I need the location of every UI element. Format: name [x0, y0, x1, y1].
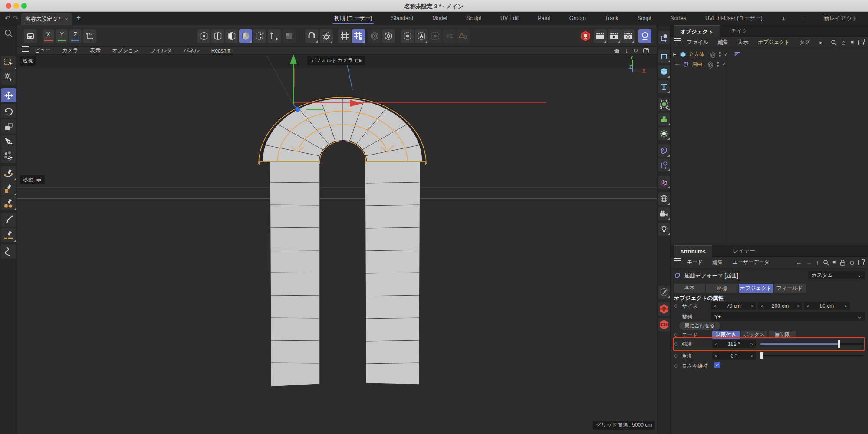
- points-mode-button[interactable]: [197, 29, 210, 43]
- om-menu-tags[interactable]: タグ: [799, 39, 810, 46]
- tweak-tool[interactable]: [1, 70, 16, 85]
- simulation-button[interactable]: [658, 127, 670, 140]
- om-menu-view[interactable]: 表示: [738, 39, 748, 46]
- redshift-light-button[interactable]: [658, 302, 670, 316]
- collapse-toggle-icon[interactable]: [673, 53, 677, 56]
- enable-check-icon[interactable]: ✓: [724, 51, 728, 57]
- enable-axis-button[interactable]: [268, 29, 281, 43]
- attr-lock-icon[interactable]: [840, 260, 845, 266]
- model-mode-button[interactable]: [239, 29, 252, 43]
- keep-length-keyframe-icon[interactable]: ◇: [674, 363, 677, 368]
- layout-tab-standard[interactable]: Standard: [391, 12, 413, 25]
- transform-tool[interactable]: [1, 135, 16, 149]
- orbit-icon[interactable]: ↻: [633, 47, 638, 54]
- render-button[interactable]: [608, 29, 621, 43]
- layout-tab-nodes[interactable]: Nodes: [671, 12, 686, 25]
- keep-length-checkbox[interactable]: ✓: [714, 362, 720, 368]
- rotate-tool[interactable]: [1, 104, 16, 118]
- primitive-cube-button[interactable]: [658, 65, 670, 78]
- volume-builder-button[interactable]: [658, 113, 670, 126]
- tab-falloff[interactable]: フィールド: [774, 284, 806, 293]
- soft-move-tool[interactable]: [1, 149, 16, 163]
- close-document-icon[interactable]: ×: [65, 16, 68, 23]
- layout-tab-uvedit-user[interactable]: UVEdit-User (ユーザー): [705, 12, 763, 25]
- z-axis-lock-button[interactable]: Z: [69, 29, 81, 43]
- tab-coordinates[interactable]: 座標: [706, 284, 738, 293]
- workplane-mode-button[interactable]: [283, 29, 296, 43]
- brush-tool[interactable]: [1, 213, 16, 227]
- attr-menu-edit[interactable]: 編集: [713, 259, 723, 266]
- om-menu-file[interactable]: ファイル: [687, 39, 708, 46]
- attr-search-icon[interactable]: [823, 260, 829, 266]
- layer-icon[interactable]: [710, 52, 715, 57]
- scale-tool[interactable]: [1, 119, 16, 134]
- tree-row-cube[interactable]: 立方体 ✓: [671, 50, 868, 59]
- field-settings-button[interactable]: [382, 29, 395, 43]
- spline-primitive-button[interactable]: [658, 50, 670, 63]
- undo-button[interactable]: ↶: [3, 13, 11, 23]
- attr-back-icon[interactable]: ←: [796, 259, 802, 266]
- angle-keyframe-icon[interactable]: ◇: [674, 353, 677, 358]
- maximize-view-icon[interactable]: [643, 48, 649, 53]
- stepper-right-icon[interactable]: >: [845, 303, 847, 309]
- menu-filter[interactable]: フィルタ: [151, 47, 172, 54]
- attr-filter-icon[interactable]: ≡: [833, 259, 836, 266]
- visibility-dots[interactable]: [719, 52, 721, 57]
- y-axis-lock-button[interactable]: Y: [56, 29, 68, 43]
- viewport[interactable]: 透視 デフォルトカメラ 移動 グリッド間隔 : 5000 cm Y Z X: [17, 55, 657, 434]
- symmetry-button[interactable]: [443, 29, 456, 43]
- light-object-button[interactable]: [658, 223, 670, 236]
- attr-target-icon[interactable]: ⊙: [849, 259, 855, 266]
- tab-objects[interactable]: オブジェクト: [674, 25, 720, 37]
- om-menu-more-icon[interactable]: ▶: [819, 40, 822, 45]
- stepper-left-icon[interactable]: <: [806, 303, 809, 309]
- attr-detach-icon[interactable]: [858, 260, 864, 265]
- menu-display[interactable]: 表示: [90, 47, 100, 54]
- visibility-dots[interactable]: [717, 62, 719, 67]
- spline-helper-button[interactable]: [658, 31, 670, 44]
- falloff-button[interactable]: [368, 29, 381, 43]
- stepper-right-icon[interactable]: >: [750, 353, 753, 358]
- x-axis-lock-button[interactable]: X: [43, 29, 54, 43]
- preset-dropdown[interactable]: カスタム: [808, 271, 865, 279]
- selection-tag-icon[interactable]: [734, 52, 740, 57]
- snap-settings-button[interactable]: [320, 29, 333, 43]
- size-x-field[interactable]: < 70 cm >: [711, 302, 756, 310]
- view-label[interactable]: 透視: [20, 56, 36, 66]
- layout-tab-track[interactable]: Track: [605, 12, 618, 25]
- environment-button[interactable]: [658, 192, 670, 205]
- tab-attributes[interactable]: Attributes: [674, 245, 712, 257]
- attr-up-icon[interactable]: ↑: [816, 259, 819, 266]
- attr-menu-userdata[interactable]: ユーザーデータ: [733, 259, 769, 266]
- tab-basic[interactable]: 基本: [674, 284, 705, 293]
- menu-redshift[interactable]: Redshift: [211, 48, 230, 54]
- spline-pen-tool[interactable]: [1, 166, 16, 181]
- layout-tab-groom[interactable]: Groom: [569, 12, 586, 25]
- stepper-left-icon[interactable]: <: [715, 353, 717, 358]
- stepper-left-icon[interactable]: <: [713, 303, 716, 309]
- live-selection-tool[interactable]: [1, 56, 16, 70]
- sketch-tool[interactable]: [1, 181, 16, 196]
- om-search-icon[interactable]: [831, 39, 837, 46]
- menu-view[interactable]: ビュー: [35, 47, 51, 54]
- auto-select-button[interactable]: A: [415, 29, 428, 43]
- angle-slider[interactable]: [760, 352, 864, 359]
- modeling-helper-button[interactable]: [658, 158, 670, 171]
- angle-field[interactable]: < 0 ° >: [712, 352, 756, 360]
- mograph-button[interactable]: [658, 176, 670, 189]
- move-tool[interactable]: [1, 88, 16, 102]
- om-detach-icon[interactable]: [858, 40, 864, 45]
- add-layout-button[interactable]: +: [782, 12, 786, 25]
- coordinate-system-button[interactable]: [83, 29, 96, 43]
- menu-options[interactable]: オプション: [112, 47, 138, 54]
- layer-icon[interactable]: [708, 62, 713, 67]
- redo-button[interactable]: ↷: [12, 13, 20, 23]
- zoom-icon[interactable]: ↕: [625, 47, 628, 54]
- text-object-button[interactable]: [658, 80, 670, 93]
- render-view-button[interactable]: [594, 29, 607, 43]
- group-title[interactable]: オブジェクトの属性: [674, 295, 724, 302]
- snap-toggle-button[interactable]: [305, 29, 318, 43]
- stepper-right-icon[interactable]: >: [797, 303, 800, 309]
- redshift-camera-button[interactable]: [658, 318, 670, 331]
- size-keyframe-icon[interactable]: ◇: [674, 303, 677, 309]
